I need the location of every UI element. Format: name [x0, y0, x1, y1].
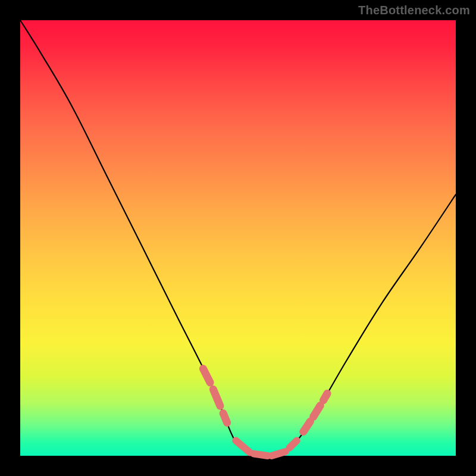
plot-area [20, 20, 456, 456]
watermark-text: TheBottleneck.com [358, 4, 470, 17]
